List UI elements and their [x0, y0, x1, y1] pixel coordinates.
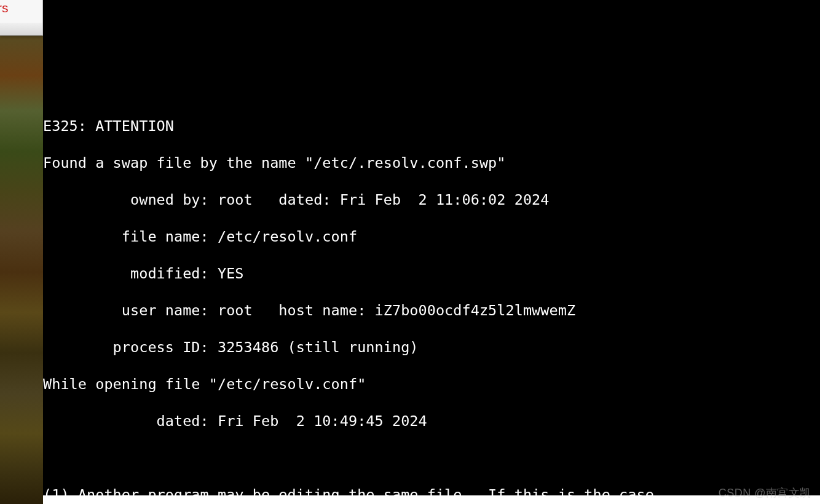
vim-swap-found: Found a swap file by the name "/etc/.res… — [43, 154, 820, 172]
vim-while-opening: While opening file "/etc/resolv.conf" — [43, 375, 820, 393]
vim-file-name: file name: /etc/resolv.conf — [43, 227, 820, 246]
csdn-watermark: CSDN @南宫文凯 — [719, 486, 811, 500]
vim-owned-by: owned by: root dated: Fri Feb 2 11:06:02… — [43, 191, 820, 209]
vim-modified: modified: YES — [43, 264, 820, 283]
tab-text-fragment: rs — [0, 1, 9, 15]
blank-line — [43, 449, 820, 467]
desktop-background — [0, 0, 43, 504]
browser-tab-remnant[interactable]: rs — [0, 0, 43, 36]
bottom-panel-strip — [43, 495, 820, 504]
vim-attention-header: E325: ATTENTION — [43, 117, 820, 135]
vim-file-dated: dated: Fri Feb 2 10:49:45 2024 — [43, 412, 820, 430]
tab-bottom-bar — [0, 23, 42, 35]
terminal-window[interactable]: E325: ATTENTION Found a swap file by the… — [43, 0, 820, 504]
vim-user-host: user name: root host name: iZ7bo00ocdf4z… — [43, 301, 820, 320]
vim-process-id: process ID: 3253486 (still running) — [43, 338, 820, 356]
